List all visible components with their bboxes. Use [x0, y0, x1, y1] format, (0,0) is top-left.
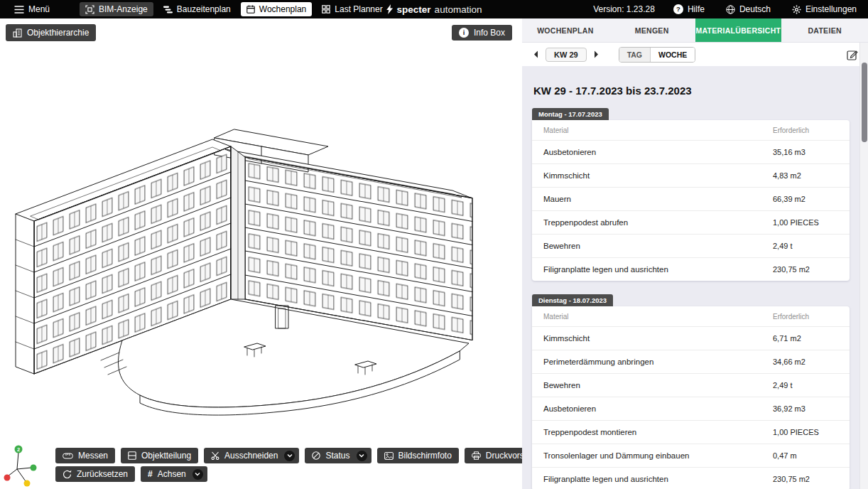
axis-gizmo[interactable]: 2	[1, 441, 43, 488]
material-cell: Bewehren	[543, 381, 773, 389]
info-icon: i	[459, 28, 469, 38]
info-box-label: Info Box	[474, 28, 505, 38]
help-button[interactable]: ? Hilfe	[671, 3, 707, 16]
day-section-monday: Montag - 17.07.2023 Material Erforderlic…	[532, 107, 850, 281]
required-cell: 1,00 PIECES	[773, 428, 838, 436]
measure-button[interactable]: Messen	[55, 448, 115, 463]
table-row[interactable]: Ausbetonieren36,92 m3	[532, 397, 850, 421]
scrollbar-thumb[interactable]	[862, 63, 867, 142]
table-row[interactable]: Filigranplatte legen und ausrichten230,7…	[532, 468, 850, 489]
day-badge: Montag - 17.07.2023	[532, 108, 609, 120]
week-controls: KW 29 TAG WOCHE	[522, 43, 868, 66]
toggle-woche[interactable]: WOCHE	[650, 48, 695, 62]
table-row[interactable]: Treppenpodest abrufen1,00 PIECES	[532, 211, 850, 235]
table-row[interactable]: Ausbetonieren35,16 m3	[532, 141, 850, 164]
object-split-button[interactable]: Objektteilung	[121, 448, 198, 463]
compose-icon	[847, 49, 858, 60]
table-row[interactable]: Bewehren2,49 t	[532, 235, 850, 258]
tab-mengen[interactable]: MENGEN	[609, 18, 695, 42]
chevron-down-icon	[287, 453, 293, 458]
info-box-button[interactable]: i Info Box	[452, 25, 512, 41]
brand-logo: specter automation	[386, 4, 482, 15]
bim-view-icon	[85, 5, 94, 14]
cut-dropdown-toggle[interactable]	[284, 451, 295, 461]
chevron-right-icon	[594, 50, 599, 58]
nav-bim-anzeige[interactable]: BIM-Anzeige	[80, 2, 153, 16]
axes-button[interactable]: # Achsen	[141, 466, 207, 482]
table-row[interactable]: Kimmschicht4,83 m2	[532, 164, 850, 188]
viewer-toolbar-row-2: Zurücksetzen # Achsen	[55, 466, 207, 482]
axis-dot-yellow	[24, 480, 31, 487]
menu-button[interactable]: Menü	[9, 2, 55, 16]
screenshot-icon	[384, 452, 394, 460]
button-label: Druckvorschau	[486, 451, 522, 461]
printer-icon	[472, 451, 481, 460]
day-badge: Dienstag - 18.07.2023	[532, 294, 613, 306]
cut-button[interactable]: Ausschneiden	[204, 448, 299, 463]
column-header-material: Material	[543, 313, 773, 321]
week-title: KW 29 - 17.7.2023 bis 23.7.2023	[533, 85, 850, 97]
material-cell: Bewehren	[543, 242, 773, 250]
axes-icon: #	[148, 470, 153, 478]
language-button[interactable]: Deutsch	[723, 3, 774, 16]
panel-scrollbar[interactable]	[859, 43, 868, 489]
nav-last-planner[interactable]: Last Planner	[316, 2, 388, 16]
material-cell: Ausbetonieren	[543, 148, 773, 156]
scissors-icon	[211, 451, 219, 460]
material-table: Material Erforderlich Kimmschicht6,71 m2…	[532, 306, 850, 489]
tab-dateien[interactable]: DATEIEN	[781, 18, 868, 42]
settings-button[interactable]: Einstellungen	[789, 3, 859, 16]
axis-dot-green-right	[31, 465, 37, 471]
table-row[interactable]: Perimeterdämmung anbringen34,66 m2	[532, 350, 850, 374]
required-cell: 34,66 m2	[773, 358, 838, 366]
ruler-icon	[63, 453, 73, 459]
settings-label: Einstellungen	[805, 4, 857, 14]
tab-materialuebersicht[interactable]: MATERIALÜBERSICHT	[695, 18, 782, 42]
axis-label: 2	[17, 446, 20, 453]
material-cell: Filigranplatte legen und ausrichten	[543, 475, 773, 483]
table-header: Material Erforderlich	[532, 120, 850, 141]
status-button[interactable]: Status	[305, 448, 371, 463]
material-cell: Ausbetonieren	[543, 404, 773, 413]
chevron-left-icon	[533, 50, 538, 58]
table-row[interactable]: Bewehren2,49 t	[532, 374, 850, 397]
app-window: Menü BIM-Anzeige Bauzeitenplan Wochenpla…	[0, 0, 868, 489]
nav-bauzeitenplan[interactable]: Bauzeitenplan	[158, 2, 237, 16]
export-notes-button[interactable]	[845, 48, 859, 62]
viewer-toolbar-row-1: Messen Objektteilung Ausschneiden Status…	[55, 448, 522, 463]
week-chip[interactable]: KW 29	[546, 48, 587, 62]
axes-dropdown-toggle[interactable]	[192, 469, 203, 480]
chevron-down-icon	[195, 472, 200, 476]
table-row[interactable]: Tronsolenlager und Dämmung einbauen0,47 …	[532, 444, 850, 468]
object-hierarchy-label: Objekthierarchie	[27, 28, 89, 38]
split-object-icon	[128, 451, 136, 460]
column-header-material: Material	[543, 127, 773, 134]
table-row[interactable]: Treppenpodest montieren1,00 PIECES	[532, 421, 850, 444]
top-bar: Menü BIM-Anzeige Bauzeitenplan Wochenpla…	[0, 0, 868, 18]
nav-wochenplan[interactable]: Wochenplan	[241, 2, 313, 16]
material-cell: Kimmschicht	[543, 171, 773, 180]
button-label: Messen	[78, 451, 108, 461]
toggle-tag[interactable]: TAG	[619, 48, 650, 62]
reset-view-button[interactable]: Zurücksetzen	[55, 466, 135, 482]
table-row[interactable]: Mauern66,39 m2	[532, 188, 850, 211]
brand-name: specter	[397, 4, 431, 15]
required-cell: 230,75 m2	[773, 265, 838, 274]
print-preview-button[interactable]: Druckvorschau	[465, 448, 522, 463]
button-label: Zurücksetzen	[77, 469, 128, 479]
status-circle-icon	[312, 451, 320, 460]
column-header-required: Erforderlich	[773, 127, 838, 134]
table-row[interactable]: Kimmschicht6,71 m2	[532, 327, 850, 350]
next-week-button[interactable]	[591, 49, 602, 60]
table-row[interactable]: Filigranplatte legen und ausrichten230,7…	[532, 258, 850, 281]
required-cell: 66,39 m2	[773, 195, 838, 203]
nav-label: BIM-Anzeige	[99, 4, 148, 14]
material-table: Material Erforderlich Ausbetonieren35,16…	[532, 120, 850, 281]
required-cell: 1,00 PIECES	[773, 218, 838, 227]
building-model-viewport[interactable]	[0, 18, 522, 489]
object-hierarchy-button[interactable]: Objekthierarchie	[6, 24, 96, 41]
tab-wochenplan[interactable]: WOCHENPLAN	[522, 18, 609, 42]
previous-week-button[interactable]	[531, 49, 541, 60]
screenshot-button[interactable]: Bildschirmfoto	[377, 448, 459, 463]
status-dropdown-toggle[interactable]	[357, 451, 367, 461]
